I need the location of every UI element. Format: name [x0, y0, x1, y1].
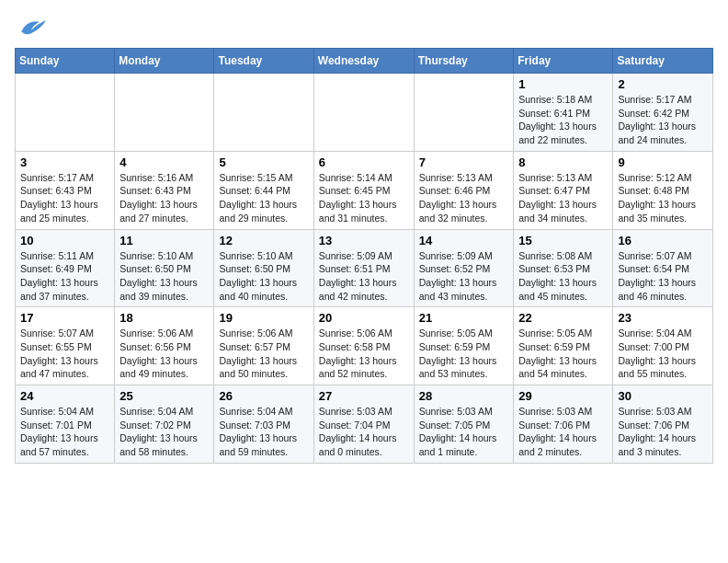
weekday-header-cell: Tuesday — [214, 49, 313, 74]
weekday-header-cell: Sunday — [16, 49, 115, 74]
calendar-cell: 4Sunrise: 5:16 AM Sunset: 6:43 PM Daylig… — [115, 151, 214, 229]
day-info: Sunrise: 5:03 AM Sunset: 7:04 PM Dayligh… — [319, 405, 409, 459]
day-number: 25 — [119, 389, 209, 403]
day-number: 28 — [419, 389, 509, 403]
day-info: Sunrise: 5:03 AM Sunset: 7:05 PM Dayligh… — [419, 405, 509, 459]
day-number: 5 — [219, 155, 308, 169]
calendar-cell: 21Sunrise: 5:05 AM Sunset: 6:59 PM Dayli… — [414, 307, 514, 385]
calendar-cell: 25Sunrise: 5:04 AM Sunset: 7:02 PM Dayli… — [115, 385, 214, 464]
calendar-cell — [115, 74, 214, 152]
day-info: Sunrise: 5:09 AM Sunset: 6:52 PM Dayligh… — [419, 249, 509, 304]
calendar-cell: 18Sunrise: 5:06 AM Sunset: 6:56 PM Dayli… — [115, 307, 214, 385]
calendar-cell: 19Sunrise: 5:06 AM Sunset: 6:57 PM Dayli… — [214, 307, 313, 385]
calendar-cell: 30Sunrise: 5:03 AM Sunset: 7:06 PM Dayli… — [613, 385, 713, 464]
calendar-cell: 7Sunrise: 5:13 AM Sunset: 6:46 PM Daylig… — [414, 151, 514, 229]
calendar-cell: 17Sunrise: 5:07 AM Sunset: 6:55 PM Dayli… — [16, 307, 115, 385]
calendar-cell: 16Sunrise: 5:07 AM Sunset: 6:54 PM Dayli… — [613, 229, 713, 307]
day-number: 17 — [20, 311, 109, 325]
logo-icon — [15, 15, 48, 40]
calendar-cell: 22Sunrise: 5:05 AM Sunset: 6:59 PM Dayli… — [514, 307, 613, 385]
calendar-week-row: 24Sunrise: 5:04 AM Sunset: 7:01 PM Dayli… — [16, 385, 713, 464]
day-info: Sunrise: 5:04 AM Sunset: 7:01 PM Dayligh… — [20, 405, 109, 459]
calendar-cell: 9Sunrise: 5:12 AM Sunset: 6:48 PM Daylig… — [613, 151, 713, 229]
calendar-cell: 8Sunrise: 5:13 AM Sunset: 6:47 PM Daylig… — [514, 151, 613, 229]
day-info: Sunrise: 5:12 AM Sunset: 6:48 PM Dayligh… — [618, 171, 708, 225]
day-info: Sunrise: 5:08 AM Sunset: 6:53 PM Dayligh… — [518, 249, 608, 304]
weekday-header-row: SundayMondayTuesdayWednesdayThursdayFrid… — [16, 49, 713, 74]
day-info: Sunrise: 5:17 AM Sunset: 6:42 PM Dayligh… — [618, 93, 708, 147]
logo — [15, 15, 51, 40]
day-info: Sunrise: 5:04 AM Sunset: 7:00 PM Dayligh… — [618, 327, 708, 381]
header — [15, 15, 713, 40]
day-number: 26 — [219, 389, 308, 403]
weekday-header-cell: Wednesday — [313, 49, 414, 74]
day-number: 4 — [119, 155, 209, 169]
day-number: 7 — [419, 155, 509, 169]
calendar-cell: 3Sunrise: 5:17 AM Sunset: 6:43 PM Daylig… — [16, 151, 115, 229]
day-info: Sunrise: 5:17 AM Sunset: 6:43 PM Dayligh… — [20, 171, 109, 225]
calendar-cell: 13Sunrise: 5:09 AM Sunset: 6:51 PM Dayli… — [313, 229, 414, 307]
calendar-cell: 23Sunrise: 5:04 AM Sunset: 7:00 PM Dayli… — [613, 307, 713, 385]
calendar-body: 1Sunrise: 5:18 AM Sunset: 6:41 PM Daylig… — [16, 74, 713, 464]
day-number: 27 — [319, 389, 409, 403]
day-info: Sunrise: 5:16 AM Sunset: 6:43 PM Dayligh… — [119, 171, 209, 225]
calendar-cell: 26Sunrise: 5:04 AM Sunset: 7:03 PM Dayli… — [214, 385, 313, 464]
day-number: 13 — [319, 234, 409, 247]
weekday-header-cell: Thursday — [414, 49, 514, 74]
calendar-cell: 14Sunrise: 5:09 AM Sunset: 6:52 PM Dayli… — [414, 229, 514, 307]
day-info: Sunrise: 5:06 AM Sunset: 6:57 PM Dayligh… — [219, 327, 308, 381]
day-number: 1 — [518, 77, 608, 91]
calendar-cell: 28Sunrise: 5:03 AM Sunset: 7:05 PM Dayli… — [414, 385, 514, 464]
day-number: 21 — [419, 311, 509, 325]
calendar-cell: 29Sunrise: 5:03 AM Sunset: 7:06 PM Dayli… — [514, 385, 613, 464]
day-number: 30 — [618, 389, 708, 403]
day-info: Sunrise: 5:07 AM Sunset: 6:55 PM Dayligh… — [20, 327, 109, 381]
day-info: Sunrise: 5:11 AM Sunset: 6:49 PM Dayligh… — [20, 249, 109, 304]
day-number: 12 — [219, 234, 308, 247]
calendar-cell: 15Sunrise: 5:08 AM Sunset: 6:53 PM Dayli… — [514, 229, 613, 307]
day-number: 16 — [618, 234, 708, 247]
day-number: 2 — [618, 77, 708, 91]
calendar-cell: 27Sunrise: 5:03 AM Sunset: 7:04 PM Dayli… — [313, 385, 414, 464]
day-number: 22 — [518, 311, 608, 325]
day-info: Sunrise: 5:18 AM Sunset: 6:41 PM Dayligh… — [518, 93, 608, 147]
day-number: 18 — [119, 311, 209, 325]
calendar: SundayMondayTuesdayWednesdayThursdayFrid… — [15, 48, 713, 464]
day-info: Sunrise: 5:15 AM Sunset: 6:44 PM Dayligh… — [219, 171, 308, 225]
day-number: 29 — [518, 389, 608, 403]
calendar-cell: 20Sunrise: 5:06 AM Sunset: 6:58 PM Dayli… — [313, 307, 414, 385]
day-info: Sunrise: 5:06 AM Sunset: 6:56 PM Dayligh… — [119, 327, 209, 381]
calendar-cell: 6Sunrise: 5:14 AM Sunset: 6:45 PM Daylig… — [313, 151, 414, 229]
day-info: Sunrise: 5:10 AM Sunset: 6:50 PM Dayligh… — [219, 249, 308, 304]
calendar-cell: 2Sunrise: 5:17 AM Sunset: 6:42 PM Daylig… — [613, 74, 713, 152]
day-number: 6 — [319, 155, 409, 169]
day-info: Sunrise: 5:13 AM Sunset: 6:47 PM Dayligh… — [518, 171, 608, 225]
day-number: 9 — [618, 155, 708, 169]
calendar-cell — [313, 74, 414, 152]
calendar-cell: 11Sunrise: 5:10 AM Sunset: 6:50 PM Dayli… — [115, 229, 214, 307]
calendar-cell: 10Sunrise: 5:11 AM Sunset: 6:49 PM Dayli… — [16, 229, 115, 307]
day-info: Sunrise: 5:05 AM Sunset: 6:59 PM Dayligh… — [419, 327, 509, 381]
day-info: Sunrise: 5:07 AM Sunset: 6:54 PM Dayligh… — [618, 249, 708, 304]
calendar-cell: 5Sunrise: 5:15 AM Sunset: 6:44 PM Daylig… — [214, 151, 313, 229]
weekday-header-cell: Friday — [514, 49, 613, 74]
day-info: Sunrise: 5:09 AM Sunset: 6:51 PM Dayligh… — [319, 249, 409, 304]
day-info: Sunrise: 5:04 AM Sunset: 7:03 PM Dayligh… — [219, 405, 308, 459]
day-info: Sunrise: 5:03 AM Sunset: 7:06 PM Dayligh… — [618, 405, 708, 459]
day-number: 14 — [419, 234, 509, 247]
calendar-cell — [214, 74, 313, 152]
calendar-cell — [414, 74, 514, 152]
day-number: 19 — [219, 311, 308, 325]
calendar-week-row: 10Sunrise: 5:11 AM Sunset: 6:49 PM Dayli… — [16, 229, 713, 307]
calendar-cell: 12Sunrise: 5:10 AM Sunset: 6:50 PM Dayli… — [214, 229, 313, 307]
weekday-header-cell: Monday — [115, 49, 214, 74]
day-info: Sunrise: 5:10 AM Sunset: 6:50 PM Dayligh… — [119, 249, 209, 304]
day-info: Sunrise: 5:13 AM Sunset: 6:46 PM Dayligh… — [419, 171, 509, 225]
calendar-week-row: 17Sunrise: 5:07 AM Sunset: 6:55 PM Dayli… — [16, 307, 713, 385]
weekday-header-cell: Saturday — [613, 49, 713, 74]
day-number: 23 — [618, 311, 708, 325]
day-info: Sunrise: 5:05 AM Sunset: 6:59 PM Dayligh… — [518, 327, 608, 381]
day-info: Sunrise: 5:14 AM Sunset: 6:45 PM Dayligh… — [319, 171, 409, 225]
day-number: 8 — [518, 155, 608, 169]
calendar-cell — [16, 74, 115, 152]
